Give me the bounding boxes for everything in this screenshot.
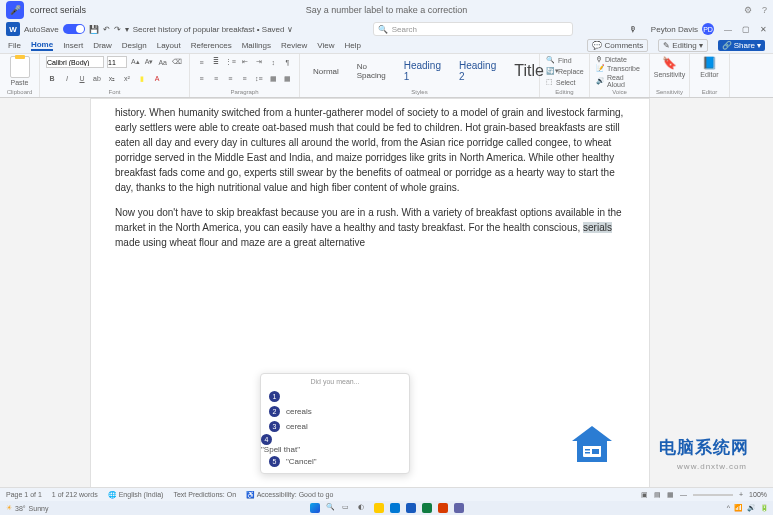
- tab-help[interactable]: Help: [344, 41, 360, 50]
- bullets-icon[interactable]: ≡: [196, 56, 207, 68]
- subscript-icon[interactable]: x₂: [106, 73, 118, 85]
- suggestion-item[interactable]: 1: [261, 389, 409, 404]
- close-icon[interactable]: ✕: [760, 25, 767, 34]
- tab-mailings[interactable]: Mailings: [242, 41, 271, 50]
- readaloud-icon[interactable]: 🔊: [596, 77, 605, 85]
- user-avatar[interactable]: PD: [702, 23, 714, 35]
- zoom-level[interactable]: 100%: [749, 491, 767, 498]
- taskbar-search-icon[interactable]: 🔍: [326, 503, 336, 513]
- zoom-in-icon[interactable]: +: [739, 491, 743, 498]
- status-lang[interactable]: 🌐 English (India): [108, 491, 164, 499]
- taskview-icon[interactable]: ▭: [342, 503, 352, 513]
- word-taskbar-icon[interactable]: [406, 503, 416, 513]
- dictate-icon[interactable]: 🎙: [596, 56, 603, 63]
- settings-icon[interactable]: ⚙: [744, 5, 752, 15]
- replace-icon[interactable]: 🔄: [546, 67, 555, 75]
- edge-icon[interactable]: [390, 503, 400, 513]
- view-web-icon[interactable]: ▦: [667, 491, 674, 499]
- qat-more-icon[interactable]: ▾: [125, 25, 129, 34]
- status-page[interactable]: Page 1 of 1: [6, 491, 42, 498]
- tab-draw[interactable]: Draw: [93, 41, 112, 50]
- excel-icon[interactable]: [422, 503, 432, 513]
- tab-review[interactable]: Review: [281, 41, 307, 50]
- voice-mic-icon[interactable]: 🎤: [6, 1, 24, 19]
- style-heading2[interactable]: Heading 2: [452, 57, 503, 85]
- view-focus-icon[interactable]: ▣: [641, 491, 648, 499]
- align-center-icon[interactable]: ≡: [210, 73, 221, 85]
- align-left-icon[interactable]: ≡: [196, 73, 207, 85]
- suggestion-item[interactable]: 3cereal: [261, 419, 409, 434]
- style-nospacing[interactable]: No Spacing: [350, 59, 393, 83]
- share-button[interactable]: 🔗 Share ▾: [718, 40, 765, 51]
- transcribe-icon[interactable]: 📝: [596, 64, 605, 72]
- view-print-icon[interactable]: ▤: [654, 491, 661, 499]
- minimize-icon[interactable]: —: [724, 25, 732, 34]
- comments-button[interactable]: 💬 Comments: [587, 39, 648, 52]
- widgets-icon[interactable]: ◐: [358, 503, 368, 513]
- show-marks-icon[interactable]: ¶: [282, 56, 293, 68]
- tab-references[interactable]: References: [191, 41, 232, 50]
- font-name-combo[interactable]: [46, 56, 104, 68]
- autosave-toggle[interactable]: [63, 24, 85, 34]
- indent-icon[interactable]: ⇥: [254, 56, 265, 68]
- highlighted-word[interactable]: serials: [583, 222, 612, 233]
- maximize-icon[interactable]: ▢: [742, 25, 750, 34]
- decrease-font-icon[interactable]: A▾: [144, 56, 155, 68]
- change-case-icon[interactable]: Aa: [157, 56, 168, 68]
- tray-wifi-icon[interactable]: 📶: [734, 504, 743, 512]
- tray-volume-icon[interactable]: 🔊: [747, 504, 756, 512]
- tab-layout[interactable]: Layout: [157, 41, 181, 50]
- increase-font-icon[interactable]: A▴: [130, 56, 141, 68]
- tray-chevron-icon[interactable]: ^: [727, 504, 730, 512]
- status-words[interactable]: 1 of 212 words: [52, 491, 98, 498]
- paste-icon[interactable]: [10, 56, 30, 78]
- borders-icon[interactable]: ▦: [282, 73, 293, 85]
- outdent-icon[interactable]: ⇤: [239, 56, 250, 68]
- teams-icon[interactable]: [454, 503, 464, 513]
- zoom-out-icon[interactable]: —: [680, 491, 687, 498]
- powerpoint-icon[interactable]: [438, 503, 448, 513]
- status-predictions[interactable]: Text Predictions: On: [173, 491, 236, 498]
- sort-icon[interactable]: ↕: [268, 56, 279, 68]
- select-icon[interactable]: ⬚: [546, 78, 553, 86]
- tab-file[interactable]: File: [8, 41, 21, 50]
- shading-icon[interactable]: ▦: [267, 73, 278, 85]
- font-color-icon[interactable]: A: [151, 73, 163, 85]
- style-normal[interactable]: Normal: [306, 64, 346, 79]
- undo-icon[interactable]: ↶: [103, 25, 110, 34]
- underline-icon[interactable]: U: [76, 73, 88, 85]
- tab-design[interactable]: Design: [122, 41, 147, 50]
- clear-format-icon[interactable]: ⌫: [171, 56, 183, 68]
- tab-home[interactable]: Home: [31, 40, 53, 51]
- editor-icon[interactable]: 📘: [702, 56, 717, 70]
- tab-view[interactable]: View: [317, 41, 334, 50]
- tray-battery-icon[interactable]: 🔋: [760, 504, 769, 512]
- suggestion-item[interactable]: 4"Spell that": [261, 434, 409, 454]
- strike-icon[interactable]: ab: [91, 73, 103, 85]
- multilevel-icon[interactable]: ⋮≡: [224, 56, 236, 68]
- zoom-slider[interactable]: [693, 494, 733, 496]
- weather-icon[interactable]: ☀: [6, 504, 12, 512]
- numbering-icon[interactable]: ≣: [210, 56, 221, 68]
- find-icon[interactable]: 🔍: [546, 56, 555, 64]
- justify-icon[interactable]: ≡: [239, 73, 250, 85]
- search-mic-icon[interactable]: 🎙: [625, 21, 641, 37]
- italic-icon[interactable]: I: [61, 73, 73, 85]
- suggestion-item[interactable]: 5"Cancel": [261, 454, 409, 469]
- document-title[interactable]: Secret history of popular breakfast • Sa…: [133, 25, 293, 34]
- tab-insert[interactable]: Insert: [63, 41, 83, 50]
- suggestion-item[interactable]: 2cereals: [261, 404, 409, 419]
- explorer-icon[interactable]: [374, 503, 384, 513]
- highlight-icon[interactable]: ▮: [136, 73, 148, 85]
- superscript-icon[interactable]: x²: [121, 73, 133, 85]
- help-icon[interactable]: ?: [762, 5, 767, 15]
- editing-button[interactable]: ✎ Editing ▾: [658, 39, 707, 52]
- bold-icon[interactable]: B: [46, 73, 58, 85]
- font-size-combo[interactable]: [107, 56, 127, 68]
- start-icon[interactable]: [310, 503, 320, 513]
- line-spacing-icon[interactable]: ↕≡: [253, 73, 264, 85]
- search-input[interactable]: 🔍 Search: [373, 22, 573, 36]
- status-accessibility[interactable]: ♿ Accessibility: Good to go: [246, 491, 333, 499]
- save-icon[interactable]: 💾: [89, 25, 99, 34]
- style-heading1[interactable]: Heading 1: [397, 57, 448, 85]
